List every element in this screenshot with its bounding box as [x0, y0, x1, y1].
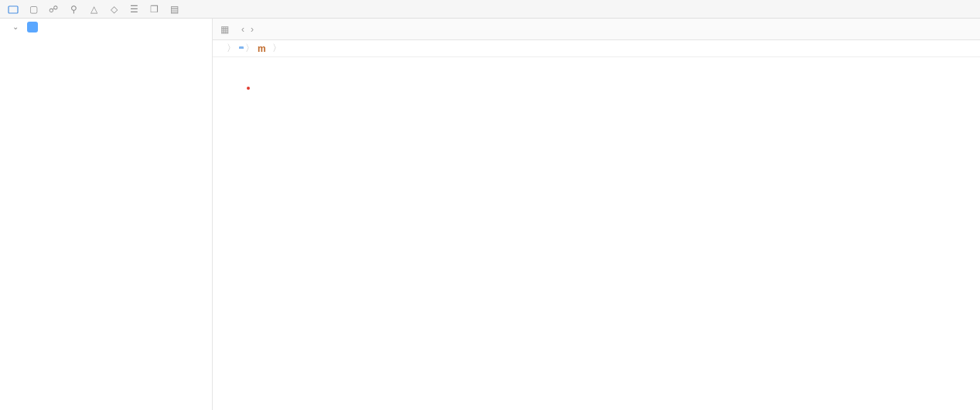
nav-square-icon[interactable]: ▢: [28, 4, 39, 15]
nav-report-icon[interactable]: ▤: [169, 4, 179, 15]
code-content[interactable]: [247, 57, 980, 410]
file-tree: [0, 35, 212, 410]
line-gutter: [213, 57, 247, 410]
nav-hierarchy-icon[interactable]: ☍: [48, 4, 59, 15]
breadcrumb[interactable]: 〉 〉 m 〉: [213, 40, 980, 57]
tab-controls: ▦ ‹ ›: [213, 19, 261, 39]
forward-icon[interactable]: ›: [251, 24, 254, 35]
nav-search-icon[interactable]: ⚲: [68, 4, 79, 15]
nav-breakpoint-icon[interactable]: ❐: [149, 4, 159, 15]
m-file-icon: m: [258, 43, 266, 54]
svg-rect-0: [9, 6, 18, 13]
nav-tests-icon[interactable]: ◇: [108, 4, 119, 15]
left-toolbar: ▢ ☍ ⚲ △ ◇ ☰ ❐ ▤: [0, 0, 980, 19]
code-editor[interactable]: [213, 57, 980, 410]
nav-folder-icon[interactable]: [8, 4, 19, 15]
highlight-box: [247, 87, 250, 90]
back-icon[interactable]: ‹: [241, 24, 244, 35]
project-navigator: ⌄: [0, 19, 213, 410]
chevron-down-icon: ⌄: [11, 22, 20, 31]
nav-issues-icon[interactable]: △: [88, 4, 99, 15]
app-icon: [26, 21, 39, 33]
project-root[interactable]: ⌄: [0, 19, 212, 35]
nav-debug-icon[interactable]: ☰: [128, 4, 139, 15]
editor-tabs: ▦ ‹ ›: [213, 19, 980, 40]
editor-area: ▦ ‹ › 〉 〉 m 〉: [213, 19, 980, 410]
grid-icon[interactable]: ▦: [220, 24, 229, 35]
